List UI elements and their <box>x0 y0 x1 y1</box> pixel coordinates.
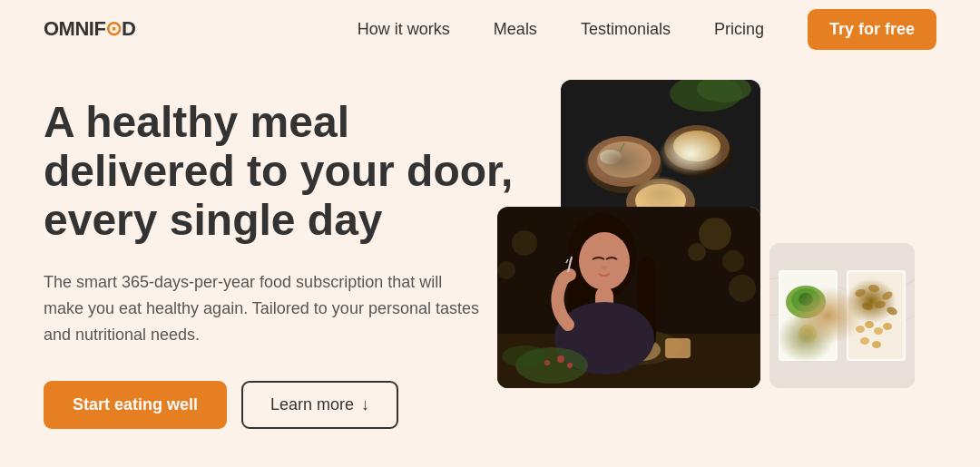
learn-more-button[interactable]: Learn more ↓ <box>241 381 398 429</box>
svg-point-102 <box>544 360 550 365</box>
svg-point-60 <box>856 326 865 333</box>
svg-point-35 <box>597 141 652 178</box>
svg-point-57 <box>861 302 874 312</box>
hero-description: The smart 365-days-per-year food subscri… <box>44 269 479 347</box>
svg-point-83 <box>497 261 515 279</box>
hero-text-block: A healthy meal delivered to your door, e… <box>44 80 515 467</box>
svg-point-54 <box>854 287 867 298</box>
svg-point-34 <box>588 136 661 187</box>
svg-point-103 <box>567 363 573 368</box>
svg-point-58 <box>874 300 886 309</box>
svg-point-78 <box>699 218 731 250</box>
svg-point-47 <box>786 286 826 318</box>
svg-point-64 <box>860 337 869 345</box>
nav-meals[interactable]: Meals <box>494 20 537 38</box>
svg-point-32 <box>697 80 751 102</box>
svg-point-31 <box>670 80 742 112</box>
svg-rect-52 <box>847 270 906 361</box>
hero-images <box>515 80 936 461</box>
svg-rect-88 <box>665 338 691 358</box>
nav-testimonials[interactable]: Testimonials <box>581 20 671 38</box>
svg-point-61 <box>865 321 874 328</box>
svg-rect-53 <box>848 272 904 359</box>
hero-title: A healthy meal delivered to your door, e… <box>44 98 515 244</box>
svg-point-63 <box>883 323 892 330</box>
svg-line-37 <box>620 143 624 152</box>
svg-rect-45 <box>779 270 838 361</box>
svg-rect-44 <box>769 243 915 388</box>
svg-point-49 <box>799 293 813 306</box>
svg-point-100 <box>502 345 547 367</box>
main-nav: How it works Meals Testimonials Pricing … <box>358 9 936 50</box>
svg-point-38 <box>662 128 731 177</box>
svg-point-81 <box>729 275 756 302</box>
svg-point-55 <box>867 284 879 293</box>
svg-point-82 <box>512 230 537 256</box>
food-image-2 <box>769 243 915 388</box>
svg-point-50 <box>799 325 817 343</box>
svg-point-39 <box>664 125 730 170</box>
svg-point-65 <box>872 341 881 348</box>
svg-point-80 <box>688 243 706 261</box>
svg-point-33 <box>586 139 662 193</box>
svg-point-79 <box>722 250 744 272</box>
svg-point-48 <box>791 288 820 312</box>
svg-point-101 <box>557 355 564 363</box>
svg-point-36 <box>600 150 622 164</box>
hero-buttons: Start eating well Learn more ↓ <box>44 381 515 429</box>
svg-point-92 <box>579 232 630 290</box>
arrow-down-icon: ↓ <box>361 395 369 414</box>
try-for-free-button[interactable]: Try for free <box>808 9 936 50</box>
svg-point-62 <box>874 327 883 335</box>
hero-section: A healthy meal delivered to your door, e… <box>0 58 980 467</box>
nav-how-it-works[interactable]: How it works <box>358 20 450 38</box>
svg-rect-46 <box>780 272 836 359</box>
svg-point-59 <box>886 306 898 316</box>
food-image-woman-eating <box>497 207 760 388</box>
nav-pricing[interactable]: Pricing <box>714 20 764 38</box>
svg-point-93 <box>602 266 607 269</box>
svg-point-40 <box>673 131 720 161</box>
logo[interactable]: OMNIF⊙D <box>44 17 135 41</box>
header: OMNIF⊙D How it works Meals Testimonials … <box>0 0 980 58</box>
svg-point-56 <box>881 290 894 302</box>
start-eating-well-button[interactable]: Start eating well <box>44 381 227 429</box>
svg-point-51 <box>802 328 813 339</box>
